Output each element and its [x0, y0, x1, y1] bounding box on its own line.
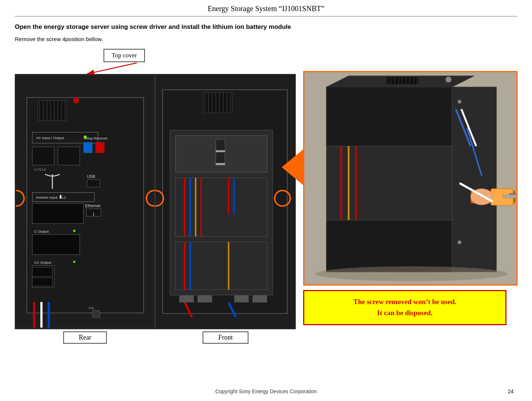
svg-rect-106	[503, 195, 518, 198]
right-photo	[303, 71, 518, 286]
svg-point-94	[445, 77, 451, 82]
svg-text:L1  N  L2: L1 N L2	[34, 168, 45, 171]
svg-text:L2: L2	[62, 196, 66, 199]
svg-text:AC Output: AC Output	[34, 260, 51, 264]
callout-label: Top cover	[112, 52, 137, 59]
page-footer: Copyright Sony Energy Devices Corporatio…	[0, 388, 532, 394]
svg-text:Inverter Input: Inverter Input	[36, 195, 57, 199]
section-title: Open the energy storage server using scr…	[15, 23, 517, 31]
page-header: Energy Storage System “IJ1001SNBT”	[15, 0, 517, 17]
rear-image: AC Input / Output L1 N L2 Inverter Input	[16, 75, 155, 328]
svg-rect-20	[60, 195, 61, 199]
svg-rect-33	[32, 235, 79, 255]
callout-box: Top cover	[104, 49, 145, 62]
svg-rect-74	[234, 295, 249, 303]
circle-marker-front-right	[274, 190, 291, 207]
svg-rect-15	[58, 147, 79, 165]
svg-rect-24	[84, 142, 93, 153]
svg-rect-47	[203, 93, 232, 113]
svg-rect-73	[197, 295, 212, 303]
svg-point-108	[458, 100, 461, 104]
callout-container: Top cover	[15, 49, 296, 71]
svg-text:Setup  Recover: Setup Recover	[84, 136, 108, 140]
svg-text:FG: FG	[89, 306, 94, 310]
main-content: Top cover	[15, 49, 517, 344]
left-panel: Top cover	[15, 49, 296, 344]
copyright-text: Copyright Sony Energy Devices Corporatio…	[215, 388, 317, 394]
svg-rect-98	[326, 146, 452, 220]
svg-text:C Output: C Output	[34, 229, 49, 233]
page-number: 24	[508, 388, 514, 394]
sub-text: Remove the screw 4position bellow.	[15, 36, 517, 42]
page-container: Energy Storage System “IJ1001SNBT” Open …	[0, 0, 532, 401]
svg-rect-75	[253, 295, 267, 303]
svg-point-32	[73, 230, 75, 232]
svg-rect-27	[87, 180, 100, 187]
svg-text:AC Input / Output: AC Input / Output	[36, 136, 64, 140]
svg-rect-14	[32, 147, 54, 165]
svg-rect-59	[216, 139, 225, 150]
svg-rect-22	[32, 203, 83, 223]
front-label: Front	[203, 331, 248, 344]
right-panel: The screw removed won’t be used. It can …	[303, 71, 518, 325]
images-labels: Rear Front	[15, 330, 296, 344]
front-image	[155, 75, 295, 328]
svg-rect-43	[92, 310, 100, 318]
orange-pointer	[282, 149, 304, 186]
svg-point-35	[73, 261, 75, 263]
svg-rect-37	[32, 267, 52, 277]
images-panel: AC Input / Output L1 N L2 Inverter Input	[15, 74, 296, 329]
svg-rect-38	[32, 278, 52, 286]
note-box: The screw removed won’t be used. It can …	[303, 290, 506, 325]
svg-rect-60	[216, 152, 225, 163]
svg-rect-72	[179, 295, 194, 303]
svg-text:USB: USB	[87, 174, 95, 179]
label-rear-container: Rear	[15, 330, 155, 344]
svg-point-109	[458, 240, 461, 244]
svg-text:Ethernet: Ethernet	[85, 203, 101, 208]
svg-point-110	[315, 266, 508, 281]
svg-rect-2	[38, 101, 67, 121]
svg-rect-25	[95, 142, 105, 153]
svg-point-44	[73, 98, 79, 104]
label-front-container: Front	[155, 330, 296, 344]
note-text: The screw removed won’t be used. It can …	[312, 296, 498, 319]
rear-label: Rear	[63, 331, 107, 344]
page-title: Energy Storage System “IJ1001SNBT”	[208, 4, 325, 13]
